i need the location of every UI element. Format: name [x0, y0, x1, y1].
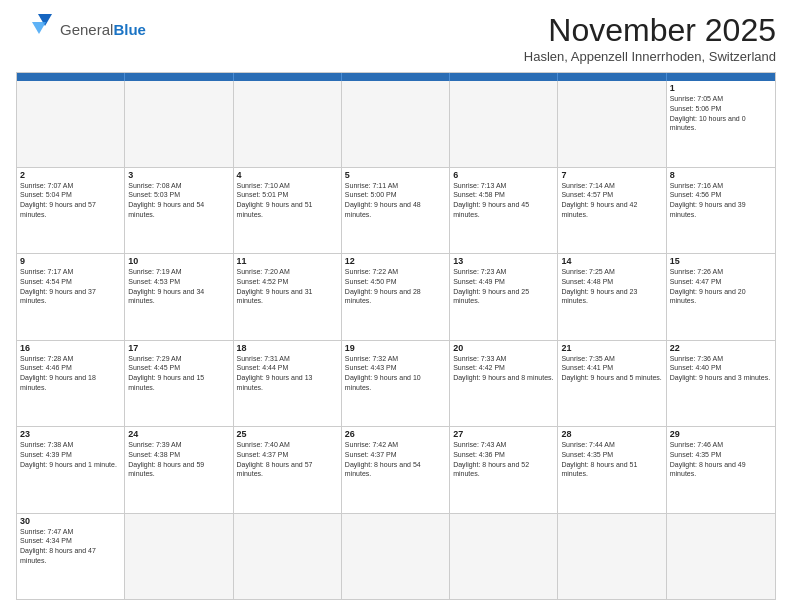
cal-cell-r0-c5 [558, 81, 666, 167]
day-num-29: 29 [670, 429, 772, 439]
day-num-23: 23 [20, 429, 121, 439]
cal-cell-r2-c6: 15Sunrise: 7:26 AM Sunset: 4:47 PM Dayli… [667, 254, 775, 340]
cal-cell-r3-c4: 20Sunrise: 7:33 AM Sunset: 4:42 PM Dayli… [450, 341, 558, 427]
cal-cell-r1-c6: 8Sunrise: 7:16 AM Sunset: 4:56 PM Daylig… [667, 168, 775, 254]
cal-cell-r5-c4 [450, 514, 558, 600]
cal-cell-r1-c2: 4Sunrise: 7:10 AM Sunset: 5:01 PM Daylig… [234, 168, 342, 254]
cal-cell-r3-c6: 22Sunrise: 7:36 AM Sunset: 4:40 PM Dayli… [667, 341, 775, 427]
cal-cell-r3-c0: 16Sunrise: 7:28 AM Sunset: 4:46 PM Dayli… [17, 341, 125, 427]
cell-info-23: Sunrise: 7:38 AM Sunset: 4:39 PM Dayligh… [20, 440, 121, 469]
cal-cell-r4-c2: 25Sunrise: 7:40 AM Sunset: 4:37 PM Dayli… [234, 427, 342, 513]
header: GeneralBlue November 2025 Haslen, Appenz… [16, 12, 776, 64]
cal-cell-r3-c1: 17Sunrise: 7:29 AM Sunset: 4:45 PM Dayli… [125, 341, 233, 427]
cell-info-8: Sunrise: 7:16 AM Sunset: 4:56 PM Dayligh… [670, 181, 772, 220]
page: GeneralBlue November 2025 Haslen, Appenz… [0, 0, 792, 612]
day-num-20: 20 [453, 343, 554, 353]
cal-row-4: 23Sunrise: 7:38 AM Sunset: 4:39 PM Dayli… [17, 427, 775, 514]
logo-graphic [16, 12, 58, 48]
day-num-10: 10 [128, 256, 229, 266]
logo-wordmark: GeneralBlue [60, 21, 146, 39]
day-num-28: 28 [561, 429, 662, 439]
cell-info-18: Sunrise: 7:31 AM Sunset: 4:44 PM Dayligh… [237, 354, 338, 393]
cell-info-27: Sunrise: 7:43 AM Sunset: 4:36 PM Dayligh… [453, 440, 554, 479]
cell-info-24: Sunrise: 7:39 AM Sunset: 4:38 PM Dayligh… [128, 440, 229, 479]
cal-cell-r5-c0: 30Sunrise: 7:47 AM Sunset: 4:34 PM Dayli… [17, 514, 125, 600]
cell-info-22: Sunrise: 7:36 AM Sunset: 4:40 PM Dayligh… [670, 354, 772, 383]
cell-info-13: Sunrise: 7:23 AM Sunset: 4:49 PM Dayligh… [453, 267, 554, 306]
svg-marker-1 [32, 22, 46, 34]
day-num-12: 12 [345, 256, 446, 266]
cal-cell-r2-c4: 13Sunrise: 7:23 AM Sunset: 4:49 PM Dayli… [450, 254, 558, 340]
day-num-16: 16 [20, 343, 121, 353]
cal-cell-r4-c4: 27Sunrise: 7:43 AM Sunset: 4:36 PM Dayli… [450, 427, 558, 513]
cal-cell-r4-c3: 26Sunrise: 7:42 AM Sunset: 4:37 PM Dayli… [342, 427, 450, 513]
cal-cell-r1-c5: 7Sunrise: 7:14 AM Sunset: 4:57 PM Daylig… [558, 168, 666, 254]
cal-cell-r5-c1 [125, 514, 233, 600]
day-num-6: 6 [453, 170, 554, 180]
day-num-5: 5 [345, 170, 446, 180]
cal-cell-r5-c5 [558, 514, 666, 600]
cal-cell-r3-c5: 21Sunrise: 7:35 AM Sunset: 4:41 PM Dayli… [558, 341, 666, 427]
day-num-4: 4 [237, 170, 338, 180]
header-monday [125, 73, 233, 81]
day-num-7: 7 [561, 170, 662, 180]
day-num-8: 8 [670, 170, 772, 180]
calendar-body: 1Sunrise: 7:05 AM Sunset: 5:06 PM Daylig… [17, 81, 775, 599]
logo-inner: GeneralBlue [16, 12, 146, 48]
cal-cell-r0-c6: 1Sunrise: 7:05 AM Sunset: 5:06 PM Daylig… [667, 81, 775, 167]
cal-cell-r0-c4 [450, 81, 558, 167]
cal-cell-r1-c1: 3Sunrise: 7:08 AM Sunset: 5:03 PM Daylig… [125, 168, 233, 254]
header-wednesday [342, 73, 450, 81]
cal-cell-r4-c6: 29Sunrise: 7:46 AM Sunset: 4:35 PM Dayli… [667, 427, 775, 513]
cell-info-29: Sunrise: 7:46 AM Sunset: 4:35 PM Dayligh… [670, 440, 772, 479]
day-num-13: 13 [453, 256, 554, 266]
month-title: November 2025 [524, 12, 776, 49]
day-num-3: 3 [128, 170, 229, 180]
cal-cell-r4-c1: 24Sunrise: 7:39 AM Sunset: 4:38 PM Dayli… [125, 427, 233, 513]
cell-info-21: Sunrise: 7:35 AM Sunset: 4:41 PM Dayligh… [561, 354, 662, 383]
day-num-25: 25 [237, 429, 338, 439]
cal-cell-r5-c6 [667, 514, 775, 600]
cal-cell-r0-c0 [17, 81, 125, 167]
cell-info-2: Sunrise: 7:07 AM Sunset: 5:04 PM Dayligh… [20, 181, 121, 220]
cal-cell-r5-c3 [342, 514, 450, 600]
cal-cell-r5-c2 [234, 514, 342, 600]
day-num-22: 22 [670, 343, 772, 353]
day-num-19: 19 [345, 343, 446, 353]
cell-info-9: Sunrise: 7:17 AM Sunset: 4:54 PM Dayligh… [20, 267, 121, 306]
cell-info-11: Sunrise: 7:20 AM Sunset: 4:52 PM Dayligh… [237, 267, 338, 306]
cell-info-12: Sunrise: 7:22 AM Sunset: 4:50 PM Dayligh… [345, 267, 446, 306]
cell-info-4: Sunrise: 7:10 AM Sunset: 5:01 PM Dayligh… [237, 181, 338, 220]
cal-cell-r1-c0: 2Sunrise: 7:07 AM Sunset: 5:04 PM Daylig… [17, 168, 125, 254]
cal-cell-r2-c5: 14Sunrise: 7:25 AM Sunset: 4:48 PM Dayli… [558, 254, 666, 340]
cal-cell-r3-c3: 19Sunrise: 7:32 AM Sunset: 4:43 PM Dayli… [342, 341, 450, 427]
day-num-2: 2 [20, 170, 121, 180]
cell-info-28: Sunrise: 7:44 AM Sunset: 4:35 PM Dayligh… [561, 440, 662, 479]
cell-info-14: Sunrise: 7:25 AM Sunset: 4:48 PM Dayligh… [561, 267, 662, 306]
cell-info-15: Sunrise: 7:26 AM Sunset: 4:47 PM Dayligh… [670, 267, 772, 306]
cell-info-3: Sunrise: 7:08 AM Sunset: 5:03 PM Dayligh… [128, 181, 229, 220]
day-num-27: 27 [453, 429, 554, 439]
cell-info-30: Sunrise: 7:47 AM Sunset: 4:34 PM Dayligh… [20, 527, 121, 566]
cal-cell-r0-c1 [125, 81, 233, 167]
cal-cell-r1-c4: 6Sunrise: 7:13 AM Sunset: 4:58 PM Daylig… [450, 168, 558, 254]
day-num-21: 21 [561, 343, 662, 353]
day-num-26: 26 [345, 429, 446, 439]
cell-info-17: Sunrise: 7:29 AM Sunset: 4:45 PM Dayligh… [128, 354, 229, 393]
title-block: November 2025 Haslen, Appenzell Innerrho… [524, 12, 776, 64]
cell-info-6: Sunrise: 7:13 AM Sunset: 4:58 PM Dayligh… [453, 181, 554, 220]
cal-cell-r4-c0: 23Sunrise: 7:38 AM Sunset: 4:39 PM Dayli… [17, 427, 125, 513]
cal-row-5: 30Sunrise: 7:47 AM Sunset: 4:34 PM Dayli… [17, 514, 775, 600]
calendar-header [17, 73, 775, 81]
logo: GeneralBlue [16, 12, 146, 48]
cal-row-2: 9Sunrise: 7:17 AM Sunset: 4:54 PM Daylig… [17, 254, 775, 341]
cell-info-25: Sunrise: 7:40 AM Sunset: 4:37 PM Dayligh… [237, 440, 338, 479]
cal-row-1: 2Sunrise: 7:07 AM Sunset: 5:04 PM Daylig… [17, 168, 775, 255]
header-thursday [450, 73, 558, 81]
cal-cell-r2-c2: 11Sunrise: 7:20 AM Sunset: 4:52 PM Dayli… [234, 254, 342, 340]
location-title: Haslen, Appenzell Innerrhoden, Switzerla… [524, 49, 776, 64]
cell-info-7: Sunrise: 7:14 AM Sunset: 4:57 PM Dayligh… [561, 181, 662, 220]
cal-cell-r3-c2: 18Sunrise: 7:31 AM Sunset: 4:44 PM Dayli… [234, 341, 342, 427]
cal-cell-r4-c5: 28Sunrise: 7:44 AM Sunset: 4:35 PM Dayli… [558, 427, 666, 513]
day-num-17: 17 [128, 343, 229, 353]
